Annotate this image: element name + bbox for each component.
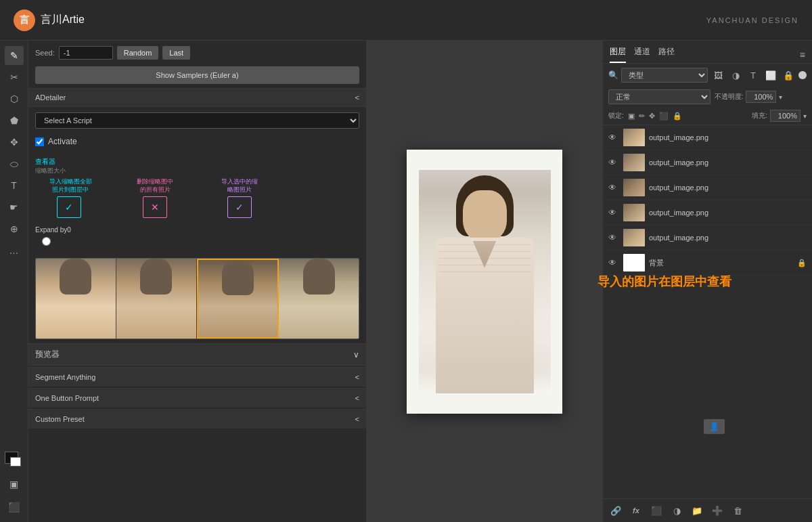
ps-filter-row: 🔍 类型 🖼 ◑ T ⬜ 🔒 (603, 64, 812, 87)
layer-bg-name: 背景 (649, 258, 793, 268)
ps-fx-icon[interactable]: fx (629, 503, 644, 518)
tab-channels[interactable]: 通道 (634, 46, 650, 63)
ps-adjustment-icon[interactable]: ◑ (669, 503, 684, 518)
nav-button-area: 👤 (704, 419, 725, 434)
filter-image-icon[interactable]: 🖼 (710, 68, 725, 83)
script-select-row: Select A Script (28, 107, 366, 134)
brand-right: YANCHUAN DESIGN (706, 16, 798, 24)
random-button[interactable]: Random (117, 46, 159, 60)
filter-select[interactable]: 类型 (621, 68, 708, 83)
layer-2-name: output_image.png (649, 158, 807, 167)
filter-text-icon[interactable]: T (746, 68, 761, 83)
layer-5-visibility[interactable]: 👁 (608, 233, 619, 242)
lock-artboard-icon[interactable]: ⬛ (659, 112, 669, 121)
thumbnails-section: 查看器 缩略图大小 导入缩略图全部照片到图层中 ✓ 删除缩略图 (28, 152, 366, 254)
segment-panel[interactable]: Segment Anything < (28, 367, 366, 387)
layer-4-visibility[interactable]: 👁 (608, 208, 619, 217)
ps-folder-icon[interactable]: 📁 (690, 503, 704, 518)
tool-brush[interactable]: ⬭ (5, 154, 24, 173)
segment-label: Segment Anything (35, 373, 95, 381)
activate-checkbox[interactable] (35, 137, 44, 146)
preview-arrow: ∨ (353, 350, 359, 360)
annotation-row: 导入缩略图全部照片到图层中 ✓ 删除缩略图中的所有照片 ✕ (35, 178, 359, 221)
preview-label: 预览器 (35, 349, 60, 360)
lookup-sublabel: 缩略图大小 (35, 167, 66, 175)
activate-label: Activate (48, 137, 77, 146)
annotation-purple-icon[interactable]: ✓ (227, 196, 252, 218)
center-canvas-area: 导入的图片在图层中查看 👤 (367, 41, 602, 522)
opacity-arrow[interactable]: ▾ (779, 93, 782, 101)
seed-input[interactable] (59, 46, 113, 60)
layer-row[interactable]: 👁 output_image.png (603, 200, 812, 225)
layer-3-visibility[interactable]: 👁 (608, 183, 619, 192)
annotation-cyan-text: 导入缩略图全部照片到图层中 (49, 178, 92, 194)
opacity-input[interactable] (746, 91, 776, 103)
layer-row[interactable]: 👁 output_image.png (603, 150, 812, 175)
thumb-1[interactable] (36, 259, 116, 339)
blend-mode-select[interactable]: 正常 (608, 89, 710, 104)
annotation-magenta-icon[interactable]: ✕ (143, 196, 167, 218)
fill-input[interactable] (770, 110, 800, 122)
color-swatches[interactable] (5, 452, 24, 471)
layer-bg-visibility[interactable]: 👁 (608, 258, 619, 267)
filter-shape-icon[interactable]: ⬜ (763, 68, 778, 83)
filter-adjust-icon[interactable]: ◑ (728, 68, 743, 83)
ps-tabs: 图层 通道 路径 ≡ (603, 41, 812, 64)
custom-preset-panel[interactable]: Custom Preset < (28, 409, 366, 429)
layer-row[interactable]: 👁 output_image.png (603, 125, 812, 150)
lock-move-icon[interactable]: ✥ (649, 112, 655, 121)
layer-1-visibility[interactable]: 👁 (608, 133, 619, 142)
tool-select[interactable]: ✎ (5, 46, 24, 65)
ps-link-icon[interactable]: 🔗 (608, 503, 623, 518)
thumb-4-image (279, 259, 359, 339)
preview-section-header[interactable]: 预览器 ∨ (28, 343, 366, 366)
filter-smart-icon[interactable]: 🔒 (781, 68, 796, 83)
one-button-panel[interactable]: One Button Prompt < (28, 388, 366, 408)
annotation-cyan-icon[interactable]: ✓ (57, 196, 81, 218)
expand-radio[interactable] (42, 237, 51, 246)
logo-icon: 言 (14, 9, 35, 31)
tool-screen[interactable]: ⬛ (5, 498, 24, 517)
logo-text: 言川Artie (41, 13, 85, 27)
fill-arrow[interactable]: ▾ (803, 112, 807, 120)
script-select[interactable]: Select A Script (35, 112, 359, 129)
tool-zoom[interactable]: ⊕ (5, 219, 24, 238)
thumb-2[interactable] (116, 259, 197, 339)
show-samplers-button[interactable]: Show Samplers (Euler a) (35, 66, 359, 84)
tool-more[interactable]: … (5, 241, 24, 260)
layer-background-row[interactable]: 👁 背景 🔒 (603, 251, 812, 276)
layer-2-thumb (623, 154, 645, 171)
last-button[interactable]: Last (162, 46, 190, 60)
layer-2-visibility[interactable]: 👁 (608, 158, 619, 167)
layer-row[interactable]: 👁 output_image.png (603, 225, 812, 251)
ps-mask-icon[interactable]: ⬛ (649, 503, 664, 518)
ps-menu-icon[interactable]: ≡ (800, 49, 805, 60)
layer-bg-lock-icon: 🔒 (797, 259, 807, 267)
custom-preset-label: Custom Preset (35, 415, 85, 423)
canvas-annotation-text: 导入的图片在图层中查看 (597, 274, 731, 290)
thumb-3[interactable] (197, 259, 279, 339)
layer-5-thumb (623, 229, 645, 246)
filter-color-dot[interactable] (798, 71, 807, 79)
tab-layers[interactable]: 图层 (610, 46, 626, 63)
tab-paths[interactable]: 路径 (658, 46, 675, 63)
ps-new-layer-icon[interactable]: ➕ (710, 503, 725, 518)
tool-text[interactable]: T (5, 176, 24, 195)
tool-lasso[interactable]: ⬟ (5, 111, 24, 130)
tool-shape[interactable]: ⬡ (5, 89, 24, 108)
layer-row[interactable]: 👁 output_image.png (603, 175, 812, 200)
nav-button[interactable]: 👤 (704, 419, 725, 434)
tool-move[interactable]: ✥ (5, 133, 24, 152)
ps-delete-icon[interactable]: 🗑 (730, 503, 745, 518)
lock-transparent-icon[interactable]: ▣ (628, 112, 635, 121)
thumb-4[interactable] (279, 259, 359, 339)
activate-row: Activate (28, 134, 366, 152)
lock-brush-icon[interactable]: ✏ (639, 112, 645, 121)
tool-crop[interactable]: ✂ (5, 68, 24, 87)
lock-all-icon[interactable]: 🔒 (673, 112, 682, 121)
tool-mask[interactable]: ▣ (5, 475, 24, 494)
tool-pointer[interactable]: ☛ (5, 198, 24, 217)
top-bar: 言 言川Artie YANCHUAN DESIGN (0, 0, 812, 41)
adetailer-header[interactable]: ADetailer < (28, 88, 366, 107)
thumbnail-strip[interactable] (35, 258, 359, 339)
